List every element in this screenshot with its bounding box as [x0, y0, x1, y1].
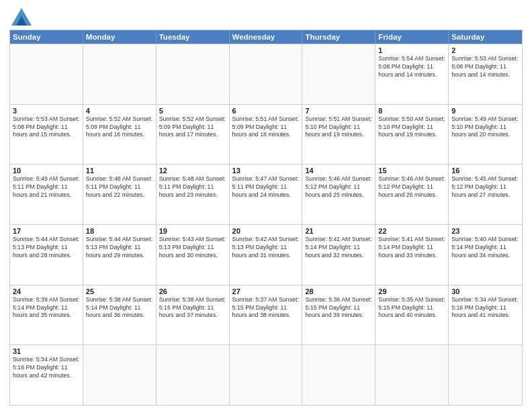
- cell-day-number: 12: [159, 167, 226, 175]
- cell-info: Sunrise: 5:38 AM Sunset: 5:15 PM Dayligh…: [159, 296, 226, 320]
- calendar-cell: 29Sunrise: 5:35 AM Sunset: 5:15 PM Dayli…: [375, 285, 449, 345]
- calendar-cell: 19Sunrise: 5:43 AM Sunset: 5:13 PM Dayli…: [157, 225, 230, 285]
- calendar-cell: 25Sunrise: 5:38 AM Sunset: 5:14 PM Dayli…: [83, 285, 157, 345]
- cell-info: Sunrise: 5:36 AM Sunset: 5:15 PM Dayligh…: [305, 296, 372, 320]
- cell-day-number: 17: [13, 227, 80, 235]
- calendar-cell: 27Sunrise: 5:37 AM Sunset: 5:15 PM Dayli…: [230, 285, 303, 345]
- cell-day-number: 2: [451, 46, 519, 54]
- calendar-cell: [157, 345, 230, 405]
- cell-info: Sunrise: 5:54 AM Sunset: 5:08 PM Dayligh…: [378, 55, 445, 79]
- cell-day-number: 31: [13, 347, 80, 355]
- cell-day-number: 30: [451, 287, 519, 295]
- calendar-cell: [157, 44, 230, 104]
- calendar-cell: [302, 345, 375, 405]
- calendar-week-row: 1Sunrise: 5:54 AM Sunset: 5:08 PM Daylig…: [10, 44, 522, 104]
- calendar-header-cell: Saturday: [449, 30, 522, 44]
- cell-info: Sunrise: 5:34 AM Sunset: 5:16 PM Dayligh…: [451, 296, 519, 320]
- cell-info: Sunrise: 5:48 AM Sunset: 5:11 PM Dayligh…: [159, 175, 226, 199]
- calendar-cell: 1Sunrise: 5:54 AM Sunset: 5:08 PM Daylig…: [375, 44, 449, 104]
- cell-info: Sunrise: 5:44 AM Sunset: 5:13 PM Dayligh…: [86, 236, 153, 260]
- cell-day-number: 4: [86, 107, 153, 115]
- calendar-header-cell: Tuesday: [157, 30, 230, 44]
- cell-day-number: 10: [13, 167, 80, 175]
- cell-info: Sunrise: 5:51 AM Sunset: 5:10 PM Dayligh…: [305, 116, 372, 140]
- calendar-cell: 6Sunrise: 5:51 AM Sunset: 5:09 PM Daylig…: [230, 105, 303, 165]
- calendar-cell: [302, 44, 375, 104]
- cell-info: Sunrise: 5:43 AM Sunset: 5:13 PM Dayligh…: [159, 236, 226, 260]
- calendar-cell: 10Sunrise: 5:49 AM Sunset: 5:11 PM Dayli…: [10, 165, 83, 224]
- calendar-week-row: 24Sunrise: 5:39 AM Sunset: 5:14 PM Dayli…: [10, 285, 522, 345]
- cell-day-number: 18: [86, 227, 153, 235]
- calendar-cell: [83, 345, 157, 405]
- cell-day-number: 20: [232, 227, 300, 235]
- cell-day-number: 26: [159, 287, 226, 295]
- cell-day-number: 21: [305, 227, 372, 235]
- calendar-week-row: 10Sunrise: 5:49 AM Sunset: 5:11 PM Dayli…: [10, 164, 522, 224]
- calendar-cell: 12Sunrise: 5:48 AM Sunset: 5:11 PM Dayli…: [157, 165, 230, 224]
- calendar-cell: 13Sunrise: 5:47 AM Sunset: 5:11 PM Dayli…: [230, 165, 303, 224]
- cell-info: Sunrise: 5:47 AM Sunset: 5:11 PM Dayligh…: [232, 175, 300, 199]
- cell-info: Sunrise: 5:35 AM Sunset: 5:15 PM Dayligh…: [378, 296, 445, 320]
- cell-info: Sunrise: 5:49 AM Sunset: 5:10 PM Dayligh…: [451, 116, 519, 140]
- cell-info: Sunrise: 5:48 AM Sunset: 5:11 PM Dayligh…: [86, 175, 153, 199]
- calendar-cell: 22Sunrise: 5:41 AM Sunset: 5:14 PM Dayli…: [375, 225, 449, 285]
- calendar-week-row: 3Sunrise: 5:53 AM Sunset: 5:08 PM Daylig…: [10, 104, 522, 165]
- calendar-cell: [230, 44, 303, 104]
- cell-day-number: 9: [451, 107, 519, 115]
- calendar-cell: 31Sunrise: 5:34 AM Sunset: 5:16 PM Dayli…: [10, 345, 83, 405]
- cell-info: Sunrise: 5:40 AM Sunset: 5:14 PM Dayligh…: [451, 236, 519, 260]
- calendar-cell: 9Sunrise: 5:49 AM Sunset: 5:10 PM Daylig…: [449, 105, 522, 165]
- cell-day-number: 23: [451, 227, 519, 235]
- calendar-body: 1Sunrise: 5:54 AM Sunset: 5:08 PM Daylig…: [10, 44, 522, 405]
- calendar-cell: 16Sunrise: 5:45 AM Sunset: 5:12 PM Dayli…: [449, 165, 522, 224]
- cell-info: Sunrise: 5:53 AM Sunset: 5:08 PM Dayligh…: [13, 116, 80, 140]
- calendar-header-cell: Monday: [83, 30, 157, 44]
- cell-info: Sunrise: 5:52 AM Sunset: 5:09 PM Dayligh…: [86, 116, 153, 140]
- calendar-cell: 21Sunrise: 5:41 AM Sunset: 5:14 PM Dayli…: [302, 225, 375, 285]
- calendar-cell: [449, 345, 522, 405]
- cell-info: Sunrise: 5:38 AM Sunset: 5:14 PM Dayligh…: [86, 296, 153, 320]
- cell-info: Sunrise: 5:49 AM Sunset: 5:11 PM Dayligh…: [13, 175, 80, 199]
- cell-info: Sunrise: 5:44 AM Sunset: 5:13 PM Dayligh…: [13, 236, 80, 260]
- cell-day-number: 22: [378, 227, 445, 235]
- calendar-cell: 18Sunrise: 5:44 AM Sunset: 5:13 PM Dayli…: [83, 225, 157, 285]
- cell-day-number: 5: [159, 107, 226, 115]
- cell-info: Sunrise: 5:34 AM Sunset: 5:16 PM Dayligh…: [13, 356, 80, 380]
- cell-day-number: 19: [159, 227, 226, 235]
- calendar-cell: 17Sunrise: 5:44 AM Sunset: 5:13 PM Dayli…: [10, 225, 83, 285]
- cell-info: Sunrise: 5:51 AM Sunset: 5:09 PM Dayligh…: [232, 116, 300, 140]
- logo: [9, 8, 32, 26]
- cell-info: Sunrise: 5:37 AM Sunset: 5:15 PM Dayligh…: [232, 296, 300, 320]
- calendar-header-cell: Friday: [375, 30, 449, 44]
- cell-info: Sunrise: 5:42 AM Sunset: 5:13 PM Dayligh…: [232, 236, 300, 260]
- calendar-week-row: 31Sunrise: 5:34 AM Sunset: 5:16 PM Dayli…: [10, 345, 522, 405]
- calendar-header-cell: Sunday: [10, 30, 83, 44]
- calendar-cell: 20Sunrise: 5:42 AM Sunset: 5:13 PM Dayli…: [230, 225, 303, 285]
- cell-day-number: 25: [86, 287, 153, 295]
- calendar-cell: 5Sunrise: 5:52 AM Sunset: 5:09 PM Daylig…: [157, 105, 230, 165]
- calendar-cell: [375, 345, 449, 405]
- cell-info: Sunrise: 5:50 AM Sunset: 5:10 PM Dayligh…: [378, 116, 445, 140]
- cell-day-number: 29: [378, 287, 445, 295]
- cell-day-number: 16: [451, 167, 519, 175]
- calendar-cell: 2Sunrise: 5:53 AM Sunset: 5:08 PM Daylig…: [449, 44, 522, 104]
- calendar-cell: 7Sunrise: 5:51 AM Sunset: 5:10 PM Daylig…: [302, 105, 375, 165]
- calendar-cell: 4Sunrise: 5:52 AM Sunset: 5:09 PM Daylig…: [83, 105, 157, 165]
- calendar: SundayMondayTuesdayWednesdayThursdayFrid…: [9, 30, 523, 406]
- calendar-cell: [10, 44, 83, 104]
- cell-day-number: 14: [305, 167, 372, 175]
- cell-info: Sunrise: 5:45 AM Sunset: 5:12 PM Dayligh…: [451, 175, 519, 199]
- cell-day-number: 27: [232, 287, 300, 295]
- calendar-header-cell: Thursday: [302, 30, 375, 44]
- cell-info: Sunrise: 5:53 AM Sunset: 5:08 PM Dayligh…: [451, 55, 519, 79]
- cell-info: Sunrise: 5:46 AM Sunset: 5:12 PM Dayligh…: [305, 175, 372, 199]
- calendar-cell: 3Sunrise: 5:53 AM Sunset: 5:08 PM Daylig…: [10, 105, 83, 165]
- calendar-cell: [83, 44, 157, 104]
- calendar-cell: 11Sunrise: 5:48 AM Sunset: 5:11 PM Dayli…: [83, 165, 157, 224]
- calendar-cell: 23Sunrise: 5:40 AM Sunset: 5:14 PM Dayli…: [449, 225, 522, 285]
- cell-day-number: 13: [232, 167, 300, 175]
- logo-icon: [11, 8, 32, 26]
- calendar-cell: 24Sunrise: 5:39 AM Sunset: 5:14 PM Dayli…: [10, 285, 83, 345]
- cell-info: Sunrise: 5:52 AM Sunset: 5:09 PM Dayligh…: [159, 116, 226, 140]
- calendar-cell: 8Sunrise: 5:50 AM Sunset: 5:10 PM Daylig…: [375, 105, 449, 165]
